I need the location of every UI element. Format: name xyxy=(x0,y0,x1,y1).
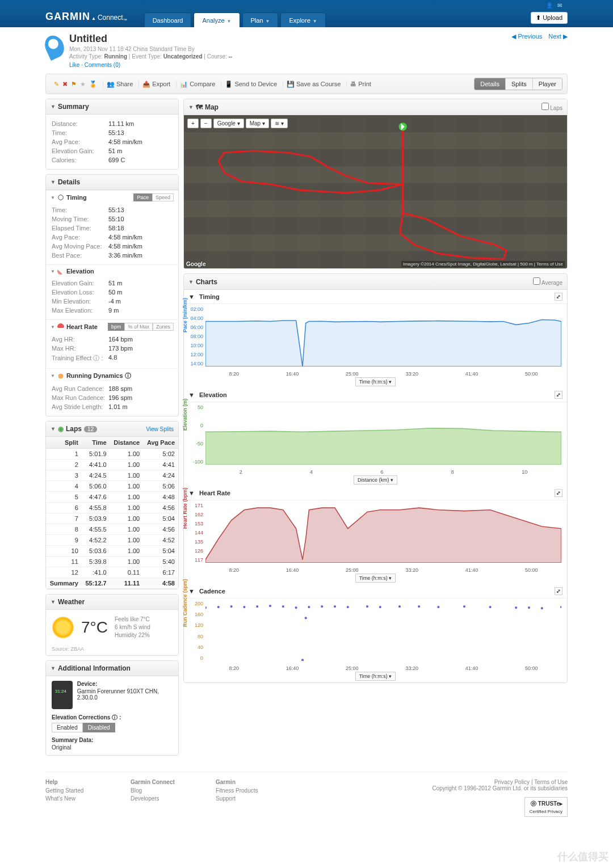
chart-heart-rate[interactable]: Heart Rate (bpm)1711621531441351261178:2… xyxy=(184,500,567,574)
view-splits-link[interactable]: View Splits xyxy=(146,426,174,432)
laps-col-header[interactable]: Split xyxy=(46,437,82,449)
compare-button[interactable]: 📊 Compare xyxy=(180,81,215,88)
map-laps-checkbox[interactable] xyxy=(541,103,549,110)
star-icon[interactable]: ★ xyxy=(80,81,86,88)
stat-label: Avg Stride Length: xyxy=(52,403,108,410)
elevation-subheader[interactable]: ▼ Elevation xyxy=(46,264,178,277)
nav-explore[interactable]: Explore▼ xyxy=(280,12,325,27)
prev-activity[interactable]: ◀ Previous xyxy=(511,33,542,40)
stat-label: Min Elevation: xyxy=(52,298,108,305)
footer-gc[interactable]: Garmin Connect xyxy=(131,779,216,785)
bpm-tab[interactable]: bpm xyxy=(108,323,125,331)
lap-row[interactable]: 115:39.81.005:40 xyxy=(46,557,178,567)
zones-tab[interactable]: Zones xyxy=(153,323,174,331)
stat-value: 188 spm xyxy=(108,385,132,392)
chart-header[interactable]: ▼ Heart Rate⤢ xyxy=(184,486,567,500)
export-button[interactable]: 📤 Export xyxy=(142,81,170,88)
hr-subheader[interactable]: ▼ Heart Rate bpm% of MaxZones xyxy=(46,319,178,334)
speed-tab[interactable]: Speed xyxy=(152,193,174,201)
lap-row[interactable]: 45:06.01.005:06 xyxy=(46,481,178,492)
send-device-button[interactable]: 📱 Send to Device xyxy=(225,81,277,88)
footer-terms[interactable]: Terms of Use xyxy=(534,779,568,785)
delete-icon[interactable]: ✖ xyxy=(62,81,68,88)
summary-data-value: Original xyxy=(52,744,173,751)
footer-blog[interactable]: Blog xyxy=(131,787,216,794)
expand-chart-icon[interactable]: ⤢ xyxy=(555,489,562,497)
lap-row[interactable]: 64:55.81.004:56 xyxy=(46,503,178,513)
lap-row[interactable]: 54:47.61.004:48 xyxy=(46,492,178,503)
map-panel: ▼🗺 Map Laps + − Google ▾ Map ▾ ≋ ▾ xyxy=(183,99,568,269)
footer-fitness[interactable]: Fitness Products xyxy=(216,787,301,794)
map-view[interactable]: + − Google ▾ Map ▾ ≋ ▾ Google Imagery ©2… xyxy=(184,115,567,268)
map-layers-button[interactable]: ≋ ▾ xyxy=(271,119,288,128)
pace-tab[interactable]: Pace xyxy=(133,193,152,201)
map-type-button[interactable]: Map ▾ xyxy=(246,119,269,128)
expand-chart-icon[interactable]: ⤢ xyxy=(555,587,562,595)
view-splits-tab[interactable]: Splits xyxy=(505,78,532,90)
print-button[interactable]: 🖶 Print xyxy=(350,81,371,87)
stat-label: Time: xyxy=(52,129,108,136)
lap-row[interactable]: 94:52.21.004:52 xyxy=(46,535,178,546)
nav-analyze[interactable]: Analyze▼ xyxy=(194,12,240,27)
laps-col-header[interactable]: Avg Pace xyxy=(143,437,178,449)
summary-panel: ▼Summary Distance:11.11 kmTime:55:13Avg … xyxy=(45,99,179,170)
footer-developers[interactable]: Developers xyxy=(131,795,216,802)
stat-value: 4.8 xyxy=(108,354,117,363)
device-name: Garmin Forerunner 910XT CHN, 2.30.0.0 xyxy=(77,688,173,701)
pctmax-tab[interactable]: % of Max xyxy=(124,323,153,331)
additional-info-panel: ▼Additional Information Device: Garmin F… xyxy=(45,660,179,756)
laps-col-header[interactable]: Distance xyxy=(110,437,144,449)
save-course-button[interactable]: 💾 Save as Course xyxy=(287,81,341,88)
chart-header[interactable]: ▼ Cadence⤢ xyxy=(184,584,567,599)
summary-data-label: Summary Data: xyxy=(52,737,173,743)
timing-subheader[interactable]: ▼ Timing PaceSpeed xyxy=(46,190,178,204)
truste-badge[interactable]: ⓔ TRUSTe▸Certified Privacy xyxy=(524,797,568,817)
elev-disabled-btn[interactable]: Disabled xyxy=(83,723,115,732)
map-attribution: Imagery ©2014 Cnes/Spot Image, DigitalGl… xyxy=(401,261,565,267)
user-icons[interactable]: 👤 ✉ xyxy=(546,2,562,9)
dynamics-subheader[interactable]: ▼ Running Dynamics ⓘ xyxy=(46,368,178,383)
heart-icon xyxy=(57,323,64,330)
lap-row[interactable]: 105:03.61.005:04 xyxy=(46,546,178,557)
nav-plan[interactable]: Plan▼ xyxy=(242,12,279,27)
footer-getting-started[interactable]: Getting Started xyxy=(45,787,131,794)
footer-privacy[interactable]: Privacy Policy xyxy=(494,779,530,785)
svg-point-8 xyxy=(295,606,297,609)
chart-elevation[interactable]: Elevation (m)500-50-100246810 xyxy=(184,402,567,476)
zoom-out-button[interactable]: − xyxy=(200,119,212,128)
average-checkbox[interactable] xyxy=(533,277,540,285)
footer-help[interactable]: Help xyxy=(45,779,131,785)
footer-garmin[interactable]: Garmin xyxy=(216,779,301,785)
garmin-logo[interactable]: GARMIN▲ Connect™ xyxy=(45,11,127,27)
laps-col-header[interactable]: Time xyxy=(82,437,110,449)
share-button[interactable]: 👥 Share xyxy=(107,81,133,88)
next-activity[interactable]: Next ▶ xyxy=(548,33,568,40)
stat-value: 4:58 min/km xyxy=(108,138,142,145)
zoom-in-button[interactable]: + xyxy=(187,119,199,128)
map-google-button[interactable]: Google ▾ xyxy=(213,119,244,128)
lap-row[interactable]: 84:55.51.004:56 xyxy=(46,524,178,535)
upload-button[interactable]: ⬆ Upload xyxy=(531,12,568,24)
nav-dashboard[interactable]: Dashboard xyxy=(144,12,192,27)
chart-cadence[interactable]: Run Cadence (spm)200160120804008:2016:40… xyxy=(184,599,567,672)
chart-header[interactable]: ▼ Elevation⤢ xyxy=(184,388,567,402)
elev-enabled-btn[interactable]: Enabled xyxy=(52,723,83,732)
lap-row[interactable]: 24:41.01.004:41 xyxy=(46,460,178,470)
edit-icon[interactable]: ✎ xyxy=(54,81,59,88)
lap-row[interactable]: 75:03.91.005:04 xyxy=(46,513,178,524)
activity-toolbar: ✎ ✖ ⚑ ★ 🏅 👥 Share 📤 Export 📊 Compare 📱 S… xyxy=(45,74,568,94)
chart-header[interactable]: ▼ Timing⤢ xyxy=(184,290,567,304)
badge-icon[interactable]: 🏅 xyxy=(89,81,97,88)
footer-whats-new[interactable]: What's New xyxy=(45,795,131,802)
expand-chart-icon[interactable]: ⤢ xyxy=(555,391,562,399)
chart-timing[interactable]: Pace (min/km)02:0004:0006:0008:0010:0012… xyxy=(184,304,567,378)
flag-icon[interactable]: ⚑ xyxy=(71,81,77,88)
footer-support[interactable]: Support xyxy=(216,795,301,802)
activity-social[interactable]: Like · Comments (0) xyxy=(69,62,232,68)
lap-row[interactable]: 15:01.91.005:02 xyxy=(46,449,178,460)
lap-row[interactable]: 34:24.51.004:24 xyxy=(46,470,178,481)
expand-chart-icon[interactable]: ⤢ xyxy=(555,293,562,301)
view-player-tab[interactable]: Player xyxy=(532,78,562,90)
lap-row[interactable]: 12:41.00.116:17 xyxy=(46,567,178,578)
view-details-tab[interactable]: Details xyxy=(475,78,505,90)
